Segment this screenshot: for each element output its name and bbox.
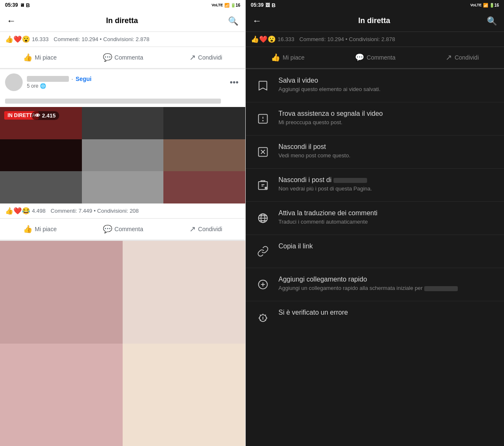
- left-bottom-image: [0, 241, 245, 446]
- left-post2-comment-icon: 💬: [103, 224, 112, 234]
- left-bottom-image-grid: [0, 241, 245, 446]
- report-video-title: Trova assistenza o segnala il video: [278, 110, 496, 117]
- right-post1-shares: Condivisioni: 2.878: [349, 36, 395, 42]
- bottom-img-4: [123, 344, 245, 446]
- hide-page-subtitle: Non vedrai più i post di questa Pagina.: [278, 185, 496, 193]
- save-video-title: Salva il video: [278, 77, 496, 84]
- shortcut-name-placeholder: [424, 286, 458, 291]
- plus-circle-icon: [254, 276, 272, 293]
- right-search-icon[interactable]: 🔍: [487, 16, 497, 26]
- left-back-button[interactable]: ←: [7, 16, 16, 26]
- left-post1-like-button[interactable]: 👍 Mi piace: [16, 50, 63, 65]
- viewer-number: 2.415: [42, 112, 56, 119]
- left-post2-comment-button[interactable]: 💬 Commenta: [96, 221, 150, 237]
- right-post1-comments: Commenti: 10.294: [299, 36, 344, 42]
- left-post1-action-row: 👍 Mi piace 💬 Commenta ↗ Condividi: [0, 47, 245, 69]
- left-post2-like-button[interactable]: 👍 Mi piace: [16, 221, 63, 237]
- left-post-name-row: · Segui: [27, 76, 224, 82]
- hide-page-title: Nascondi i post di: [278, 176, 496, 184]
- menu-item-hide-post[interactable]: Nascondi il post Vedi meno post come que…: [246, 136, 504, 169]
- left-post2-share-button[interactable]: ↗ Condividi: [183, 221, 229, 237]
- menu-item-copy-link[interactable]: Copia il link: [246, 235, 504, 268]
- menu-item-save-video[interactable]: Salva il video Aggiungi questo elemento …: [246, 69, 504, 102]
- save-video-subtitle: Aggiungi questo elemento ai video salvat…: [278, 86, 496, 93]
- bottom-img-1: [0, 241, 123, 344]
- error-text: Si è verificato un errore: [278, 309, 496, 318]
- right-wifi-icon: 📶: [483, 3, 488, 8]
- right-post1-share-button[interactable]: ↗ Condividi: [439, 50, 486, 65]
- left-post2-count: 4.498: [32, 208, 46, 214]
- globe-icon: [254, 209, 272, 227]
- left-post-time: 5 ore 🌐: [27, 83, 224, 89]
- left-follow-button[interactable]: Segui: [76, 76, 92, 82]
- right-post1-comment-button[interactable]: 💬 Commenta: [348, 50, 402, 65]
- hide-page-text: Nascondi i post di Non vedrai più i post…: [278, 176, 496, 193]
- left-post2-action-row: 👍 Mi piace 💬 Commenta ↗ Condividi: [0, 219, 245, 241]
- left-name-dot: ·: [71, 76, 73, 82]
- left-post2-share-icon: ↗: [189, 224, 196, 234]
- left-post2-comment-label: Commenta: [115, 226, 143, 232]
- menu-item-shortcut[interactable]: Aggiungi collegamento rapido Aggiungi un…: [246, 268, 504, 301]
- right-nav-title: In diretta: [358, 16, 390, 25]
- left-post1-comments: Commenti: 10.294: [54, 36, 98, 42]
- right-battery-icon: 🔋16: [489, 3, 499, 8]
- left-battery-icon: 🔋16: [231, 3, 240, 8]
- left-comment-icon: 💬: [103, 53, 112, 62]
- copy-link-title: Copia il link: [278, 243, 496, 250]
- left-video-container[interactable]: IN DIRETTA 👁 2.415: [0, 107, 245, 203]
- left-post-header: · Segui 5 ore 🌐 •••: [0, 69, 245, 95]
- left-post1-reactions-row: 👍❤️😮 16.333 Commenti: 10.294 • Condivisi…: [0, 32, 245, 47]
- video-cell-4: [0, 139, 82, 172]
- left-status-screen-icon: 🖥: [20, 3, 24, 8]
- right-share-icon: ↗: [446, 53, 452, 62]
- right-menu-list: Salva il video Aggiungi questo elemento …: [246, 69, 504, 446]
- right-panel: 05:39 🖼 B VoLTE 📶 🔋16 ← In diretta 🔍 👍❤️…: [246, 0, 504, 446]
- left-search-icon[interactable]: 🔍: [228, 16, 239, 26]
- right-top-nav: ← In diretta 🔍: [246, 10, 504, 32]
- left-post-name-placeholder: [27, 76, 69, 82]
- left-video-grid: [0, 107, 245, 203]
- left-time-label: 5 ore: [27, 83, 38, 89]
- right-status-screen-icon: 🖼: [265, 3, 270, 8]
- video-cell-9: [163, 171, 245, 203]
- left-comment-label: Commenta: [115, 54, 143, 61]
- left-avatar: [5, 73, 23, 91]
- right-post1-reactions-row: 👍❤️😮 16.333 Commenti: 10.294 • Condivisi…: [246, 32, 504, 47]
- right-status-right: VoLTE 📶 🔋16: [470, 3, 499, 8]
- menu-item-report-video[interactable]: Trova assistenza o segnala il video Mi p…: [246, 102, 504, 136]
- left-post2-share-label: Condividi: [198, 226, 223, 232]
- left-vol-icon: VoLTE: [212, 3, 223, 7]
- error-title: Si è verificato un errore: [278, 309, 496, 316]
- right-share-label: Condividi: [454, 54, 479, 61]
- right-post1-like-button[interactable]: 👍 Mi piace: [264, 50, 311, 65]
- report-video-subtitle: Mi preoccupa questo post.: [278, 119, 496, 126]
- right-comment-label: Commenta: [367, 54, 395, 61]
- bottom-img-3: [0, 344, 123, 446]
- hide-post-title: Nascondi il post: [278, 143, 496, 151]
- left-post2-reactions-row: 👍❤️😂 4.498 Commenti: 7.449 • Condivision…: [0, 203, 245, 219]
- menu-item-hide-page[interactable]: Nascondi i post di Non vedrai più i post…: [246, 169, 504, 202]
- translate-text: Attiva la traduzione dei commenti Traduc…: [278, 209, 496, 226]
- left-post1-share-button[interactable]: ↗ Condividi: [183, 50, 229, 65]
- menu-item-translate[interactable]: Attiva la traduzione dei commenti Traduc…: [246, 202, 504, 235]
- left-post1-shares: Condivisioni: 2.878: [103, 36, 150, 42]
- left-wifi-icon: 📶: [224, 3, 229, 8]
- report-video-text: Trova assistenza o segnala il video Mi p…: [278, 110, 496, 126]
- right-like-icon: 👍: [271, 53, 280, 62]
- left-post1-comment-button[interactable]: 💬 Commenta: [96, 50, 150, 65]
- menu-item-error[interactable]: Si è verificato un errore: [246, 301, 504, 334]
- video-cell-5: [82, 139, 164, 172]
- bug-icon: [254, 309, 272, 326]
- left-status-time: 05:39: [5, 2, 18, 8]
- right-vol-icon: VoLTE: [470, 3, 482, 7]
- video-cell-6: [163, 139, 245, 172]
- left-post-text-placeholder: [5, 99, 221, 104]
- hide-post-subtitle: Vedi meno post come questo.: [278, 152, 496, 159]
- right-back-button[interactable]: ←: [252, 16, 262, 26]
- left-post1-sep: •: [98, 36, 103, 42]
- left-post1-emojis: 👍❤️😮: [5, 35, 30, 43]
- left-more-button[interactable]: •••: [228, 78, 240, 87]
- translate-title: Attiva la traduzione dei commenti: [278, 209, 496, 217]
- bottom-img-2: [123, 241, 245, 344]
- shortcut-text: Aggiungi collegamento rapido Aggiungi un…: [278, 276, 496, 292]
